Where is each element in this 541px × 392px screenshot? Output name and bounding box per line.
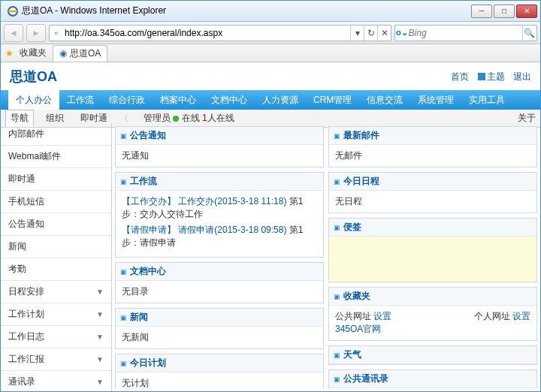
browser-navbar: ◄ ► ▫ ▾ ↻ ✕ o⌄ 🔍 [1, 22, 540, 44]
caret-down-icon: ▼ [96, 355, 104, 363]
favorites-label[interactable]: 收藏夹 [20, 47, 47, 59]
menu-item[interactable]: 文档中心 [204, 90, 255, 110]
panel-favorites: ▣收藏夹 公共网址 设置个人网址 设置 345OA官网 [328, 287, 537, 341]
wf-tag[interactable]: 【工作交办】 [122, 196, 176, 207]
panel-docs: ▣文档中心无目录 [115, 262, 324, 303]
dropdown-icon[interactable]: ▾ [350, 26, 364, 41]
caret-down-icon: ▼ [96, 310, 104, 318]
status-online: 在线 [182, 113, 200, 123]
menu-item[interactable]: 信息交流 [359, 90, 410, 110]
theme-icon [478, 73, 485, 80]
caret-down-icon: ▼ [96, 333, 104, 341]
panel-plan: ▣今日计划无计划 [115, 354, 324, 388]
panel-weather: ▣天气 [328, 345, 537, 365]
sidebar-item[interactable]: 内部邮件 [1, 123, 111, 146]
menu-item[interactable]: 档案中心 [153, 90, 204, 110]
sticky-area[interactable] [329, 237, 536, 282]
link-theme[interactable]: 主题 [478, 71, 505, 82]
menu-item[interactable]: CRM管理 [306, 90, 359, 110]
sidebar-item[interactable]: 日程安排▼ [1, 281, 111, 303]
sidebar-item[interactable]: 通讯录▼ [1, 371, 111, 391]
column-right: ▣最新邮件无邮件 ▣今日日程无日程 ▣便签 ▣收藏夹 公共网址 设置个人网址 设… [328, 126, 537, 388]
sidebar-item[interactable]: 手机短信 [1, 191, 111, 213]
menu-item[interactable]: 个人办公 [8, 90, 59, 110]
search-bar[interactable]: o⌄ 🔍 [394, 25, 537, 41]
online-dot-icon [173, 116, 179, 122]
maximize-button[interactable]: □ [494, 5, 515, 18]
online-count: 1 [202, 113, 207, 123]
window-title: 思道OA - Windows Internet Explorer [22, 5, 471, 17]
sidebar-item[interactable]: 公告通知 [1, 213, 111, 236]
fav-link[interactable]: 345OA官网 [335, 324, 381, 334]
fav-pri-set[interactable]: 设置 [512, 311, 530, 321]
panel-contacts: ▣公共通讯录 分组:所有 姓名: [328, 369, 537, 388]
menu-item[interactable]: 人力资源 [255, 90, 306, 110]
menu-item[interactable]: 综合行政 [101, 90, 153, 110]
forward-button[interactable]: ► [26, 24, 46, 42]
sidebar-item[interactable]: 工作汇报▼ [1, 348, 111, 371]
menu-item[interactable]: 系统管理 [410, 90, 461, 110]
url-input[interactable] [63, 28, 350, 38]
sidebar-item[interactable]: Webmail邮件 [1, 146, 111, 168]
main-menu: 个人办公工作流综合行政档案中心文档中心人力资源CRM管理信息交流系统管理实用工具 [1, 90, 540, 110]
column-left: ▣公告通知无通知 ▣工作流【工作交办】 工作交办(2015-3-18 11:18… [115, 126, 324, 388]
stop-icon[interactable]: ✕ [377, 26, 391, 41]
page-header: 思道OA 首页 主题 退出 [1, 63, 540, 90]
status-user: 管理员 [144, 113, 171, 123]
wf-link[interactable]: 请假申请(2015-3-18 09:58) [178, 225, 286, 235]
panel-workflow: ▣工作流【工作交办】 工作交办(2015-3-18 11:18) 第1步：交办人… [115, 172, 324, 258]
close-button[interactable]: ✕ [516, 5, 537, 18]
address-bar[interactable]: ▫ ▾ ↻ ✕ [49, 25, 391, 41]
ie-icon [7, 5, 19, 17]
sidebar-item[interactable]: 考勤 [1, 258, 111, 281]
star-icon[interactable]: ★ [5, 48, 14, 59]
search-input[interactable] [409, 28, 522, 38]
page-icon: ▫ [50, 28, 63, 38]
fav-pub-set[interactable]: 设置 [373, 311, 391, 321]
search-icon[interactable]: 🔍 [522, 26, 536, 41]
minimize-button[interactable]: ─ [471, 5, 492, 18]
link-logout[interactable]: 退出 [513, 71, 531, 82]
panel-notice: ▣公告通知无通知 [115, 126, 324, 167]
favorites-bar: ★ 收藏夹 ◉ 思道OA [1, 44, 540, 62]
wf-link[interactable]: 工作交办(2015-3-18 11:18) [178, 196, 286, 207]
caret-down-icon: ▼ [96, 378, 104, 386]
app-logo: 思道OA [10, 68, 57, 86]
menu-item[interactable]: 实用工具 [461, 90, 512, 110]
link-home[interactable]: 首页 [451, 71, 469, 82]
window-titlebar: 思道OA - Windows Internet Explorer ─ □ ✕ [1, 1, 540, 22]
tab-ie-icon: ◉ [59, 48, 67, 59]
menu-item[interactable]: 工作流 [59, 90, 101, 110]
panel-news: ▣新闻无新闻 [115, 308, 324, 349]
sidebar-item[interactable]: 即时通 [1, 168, 111, 191]
sidebar-item[interactable]: 工作日志▼ [1, 326, 111, 348]
caret-down-icon: ▼ [96, 288, 104, 296]
tab-label: 思道OA [70, 47, 101, 60]
back-button[interactable]: ◄ [4, 24, 23, 42]
sidebar-item[interactable]: 工作计划▼ [1, 303, 111, 326]
online-suffix: 人在线 [207, 113, 234, 123]
browser-tab[interactable]: ◉ 思道OA [53, 45, 107, 62]
panel-sticky: ▣便签 [328, 218, 537, 282]
sidebar: 内部邮件Webmail邮件即时通手机短信公告通知新闻考勤日程安排▼工作计划▼工作… [1, 123, 112, 391]
panel-mail: ▣最新邮件无邮件 [328, 126, 537, 167]
wf-tag[interactable]: 【请假申请】 [122, 225, 176, 235]
sidebar-item[interactable]: 新闻 [1, 236, 111, 258]
refresh-icon[interactable]: ↻ [364, 26, 377, 41]
panel-schedule: ▣今日日程无日程 [328, 172, 537, 213]
outlook-icon: o⌄ [395, 28, 409, 38]
